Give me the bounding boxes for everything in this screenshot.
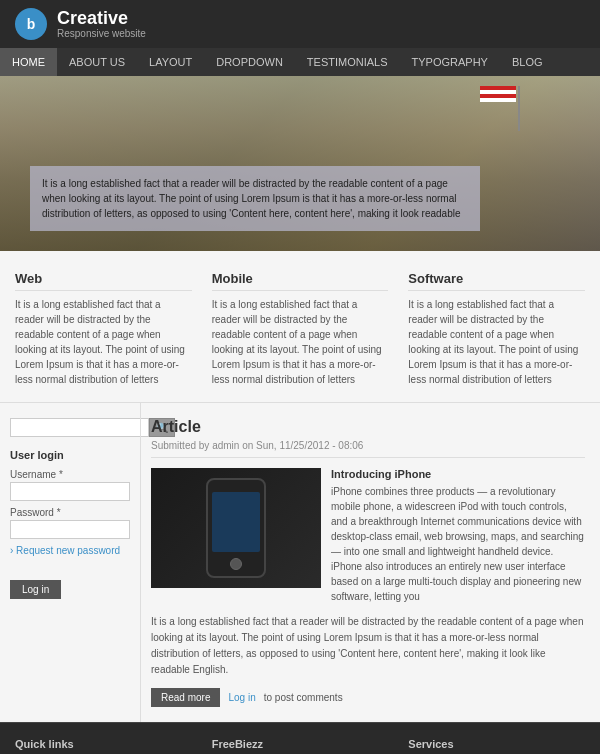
brand-name: Creative — [57, 9, 146, 29]
main-column: Article Submitted by admin on Sun, 11/25… — [140, 403, 600, 722]
hero-caption: It is a long established fact that a rea… — [30, 166, 480, 231]
feature-mobile-body: It is a long established fact that a rea… — [212, 297, 389, 387]
main-content: 🔍 User login Username * Password * › Req… — [0, 403, 600, 722]
brand-tagline: Responsive website — [57, 28, 146, 39]
iphone-intro-body: iPhone combines three products — a revol… — [331, 484, 585, 604]
feature-mobile-title: Mobile — [212, 271, 389, 291]
footer-services: Services Zymphonies is specialized in dr… — [408, 738, 585, 754]
feature-web-body: It is a long established fact that a rea… — [15, 297, 192, 387]
feature-software-title: Software — [408, 271, 585, 291]
phone-shape — [206, 478, 266, 578]
logo-icon: b — [15, 8, 47, 40]
article-actions: Read more Log in to post comments — [151, 688, 585, 707]
feature-software-body: It is a long established fact that a rea… — [408, 297, 585, 387]
nav-blog[interactable]: BLOG — [500, 48, 555, 76]
article-image — [151, 468, 321, 588]
feature-columns: Web It is a long established fact that a… — [0, 251, 600, 403]
read-more-button[interactable]: Read more — [151, 688, 220, 707]
article-login-link[interactable]: Log in — [228, 692, 255, 703]
footer-top: Quick links Zymphonies home page Zymphon… — [0, 722, 600, 754]
hero-section: It is a long established fact that a rea… — [0, 76, 600, 251]
phone-screen — [212, 492, 260, 552]
feature-mobile: Mobile It is a long established fact tha… — [212, 271, 389, 387]
nav-typography[interactable]: TYPOGRAPHY — [400, 48, 500, 76]
user-login-block: User login Username * Password * › Reque… — [10, 449, 130, 599]
nav-testimonials[interactable]: TESTIMONIALS — [295, 48, 400, 76]
user-login-title: User login — [10, 449, 130, 461]
sidebar: 🔍 User login Username * Password * › Req… — [0, 403, 140, 722]
site-header: b Creative Responsive website — [0, 0, 600, 48]
hero-background: It is a long established fact that a rea… — [0, 76, 600, 251]
article-title: Article — [151, 418, 585, 436]
nav-about[interactable]: ABOUT US — [57, 48, 137, 76]
footer-quick-links: Quick links Zymphonies home page Zymphon… — [15, 738, 192, 754]
footer-services-title: Services — [408, 738, 585, 754]
iphone-intro-title: Introducing iPhone — [331, 468, 585, 480]
forgot-password-link[interactable]: › Request new password — [10, 545, 130, 556]
password-label: Password * — [10, 507, 130, 518]
nav-dropdown[interactable]: DROPDOWN — [204, 48, 295, 76]
search-form: 🔍 — [10, 418, 130, 437]
footer-freebiezz-title: FreeBiezz — [212, 738, 389, 754]
hero-flag — [480, 86, 520, 111]
nav-home[interactable]: HOME — [0, 48, 57, 76]
feature-software: Software It is a long established fact t… — [408, 271, 585, 387]
footer-quick-links-title: Quick links — [15, 738, 192, 754]
password-field[interactable] — [10, 520, 130, 539]
phone-button — [230, 558, 242, 570]
login-button[interactable]: Log in — [10, 580, 61, 599]
username-label: Username * — [10, 469, 130, 480]
content-wrap: 🔍 User login Username * Password * › Req… — [0, 403, 600, 722]
main-nav: HOME ABOUT US LAYOUT DROPDOWN TESTIMONIA… — [0, 48, 600, 76]
article-inner: Introducing iPhone iPhone combines three… — [151, 468, 585, 604]
phone-background — [151, 468, 321, 588]
article-body: It is a long established fact that a rea… — [151, 614, 585, 678]
feature-web: Web It is a long established fact that a… — [15, 271, 192, 387]
search-input[interactable] — [10, 418, 149, 437]
feature-web-title: Web — [15, 271, 192, 291]
article-intro: Introducing iPhone iPhone combines three… — [331, 468, 585, 604]
brand: Creative Responsive website — [57, 9, 146, 40]
username-field[interactable] — [10, 482, 130, 501]
footer-freebiezz: FreeBiezz FreeBiezz FreeBiezz Blog Free … — [212, 738, 389, 754]
comment-text: to post comments — [264, 692, 343, 703]
article-meta: Submitted by admin on Sun, 11/25/2012 - … — [151, 440, 585, 458]
nav-layout[interactable]: LAYOUT — [137, 48, 204, 76]
